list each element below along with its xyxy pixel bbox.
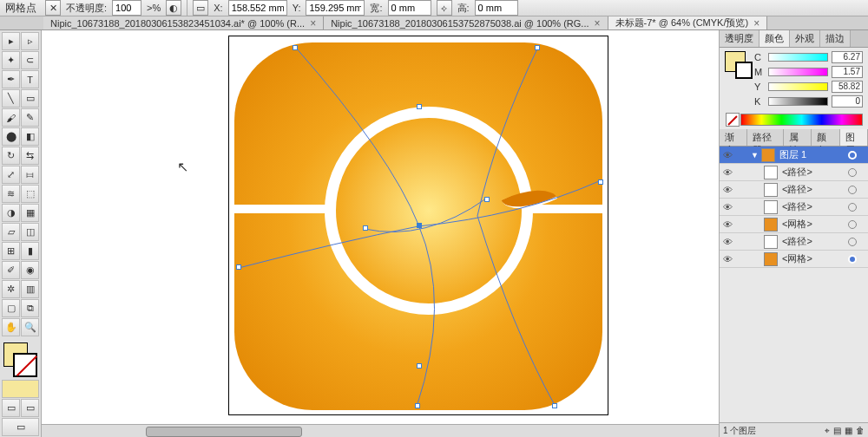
target-icon[interactable]	[848, 186, 857, 194]
new-sublayer-icon[interactable]: ▤	[833, 426, 841, 436]
zoom-tool[interactable]: 🔍	[21, 318, 39, 336]
mesh-tool[interactable]: ⊞	[2, 242, 20, 260]
target-icon[interactable]	[848, 168, 857, 177]
lock-icon[interactable]	[736, 184, 748, 196]
layer-name[interactable]: 图层 1	[778, 148, 845, 161]
anchor-point[interactable]	[535, 45, 540, 50]
lock-icon[interactable]	[736, 149, 748, 161]
trash-icon[interactable]: 🗑	[856, 426, 865, 436]
line-tool[interactable]: ╲	[2, 89, 20, 108]
visibility-icon[interactable]: 👁	[721, 149, 733, 161]
stroke-chip[interactable]	[735, 62, 753, 79]
target-icon[interactable]	[848, 220, 857, 229]
align-icon[interactable]: ▭	[193, 0, 208, 16]
close-icon[interactable]: ×	[310, 17, 316, 29]
y-slider[interactable]	[768, 82, 828, 91]
layer-name[interactable]: <路径>	[780, 183, 845, 196]
doc-tab-1[interactable]: Nipic_10673188_20180306153752875038.ai @…	[324, 16, 608, 29]
m-slider[interactable]	[768, 68, 828, 76]
target-icon[interactable]	[848, 151, 857, 160]
scale-tool[interactable]: ⤢	[2, 166, 20, 184]
visibility-icon[interactable]: 👁	[721, 218, 733, 231]
anchor-point-selected[interactable]	[417, 223, 422, 228]
layer-row[interactable]: 👁<路径>	[720, 233, 868, 251]
layer-name[interactable]: <网格>	[780, 218, 845, 231]
new-layer-icon[interactable]: ▦	[845, 426, 852, 436]
reflect-tool[interactable]: ⇆	[21, 147, 39, 165]
rectangle-tool[interactable]: ▭	[21, 89, 39, 108]
tab-pathfinder[interactable]: 路径器	[747, 129, 784, 146]
anchor-point[interactable]	[363, 225, 368, 231]
target-icon[interactable]	[848, 238, 857, 246]
stroke-swatch[interactable]	[13, 353, 37, 377]
y-input[interactable]	[306, 0, 365, 16]
paintbrush-tool[interactable]: 🖌	[2, 108, 20, 127]
anchor-point[interactable]	[417, 104, 422, 109]
selection-tool[interactable]: ▸	[2, 32, 20, 50]
expand-icon[interactable]: ▼	[751, 151, 759, 160]
perspective-selection-tool[interactable]: ◫	[21, 223, 39, 241]
h-input[interactable]	[475, 0, 518, 16]
anchor-point[interactable]	[293, 45, 298, 50]
pencil-tool[interactable]: ✎	[21, 108, 39, 127]
lock-icon[interactable]	[736, 201, 748, 213]
anchor-point[interactable]	[417, 363, 422, 369]
magic-wand-tool[interactable]: ✦	[2, 51, 20, 69]
locate-icon[interactable]: ⌖	[825, 426, 830, 436]
column-graph-tool[interactable]: ▥	[21, 280, 39, 298]
tab-attributes[interactable]: 属性	[784, 129, 812, 146]
eyedropper-tool[interactable]: ✐	[2, 261, 20, 279]
blend-tool[interactable]: ◉	[21, 261, 39, 279]
c-value[interactable]: 6.27	[832, 51, 863, 63]
draw-normal-icon[interactable]: ▭	[2, 399, 20, 417]
layer-name[interactable]: <路径>	[780, 235, 845, 248]
layer-row[interactable]: 👁<路径>	[720, 199, 868, 216]
none-swatch[interactable]	[726, 113, 740, 127]
link-icon[interactable]: ⟡	[437, 0, 452, 16]
lock-icon[interactable]	[736, 166, 748, 179]
doc-tab-2[interactable]: 未标题-7* @ 64% (CMYK/预览)×	[608, 16, 768, 29]
color-mode-button[interactable]	[2, 380, 39, 398]
draw-behind-icon[interactable]: ▭	[21, 399, 39, 417]
lock-icon[interactable]	[736, 218, 748, 231]
c-slider[interactable]	[768, 53, 828, 62]
gradient-tool[interactable]: ▮	[21, 242, 39, 260]
tab-layers[interactable]: 图层	[840, 129, 868, 146]
lock-icon[interactable]	[736, 236, 748, 248]
layer-row[interactable]: 👁<网格>	[720, 251, 868, 268]
hand-tool[interactable]: ✋	[2, 318, 20, 336]
anchor-point[interactable]	[552, 403, 557, 408]
layer-row[interactable]: 👁<路径>	[720, 181, 868, 199]
anchor-point[interactable]	[415, 403, 420, 408]
width-tool[interactable]: ≋	[2, 185, 20, 203]
tab-stroke[interactable]: 描边	[820, 30, 851, 47]
tab-transparency[interactable]: 透明度	[720, 30, 760, 47]
recolor-icon[interactable]: ◐	[166, 0, 181, 16]
lasso-tool[interactable]: ⊂	[21, 51, 39, 69]
free-transform-tool[interactable]: ⬚	[21, 185, 39, 203]
m-value[interactable]: 1.57	[832, 66, 863, 78]
screen-mode-button[interactable]: ▭	[2, 418, 39, 436]
tab-color[interactable]: 颜色	[760, 30, 790, 47]
pen-tool[interactable]: ✒	[2, 70, 20, 88]
tab-swatches[interactable]: 颜色	[812, 129, 839, 146]
color-spectrum[interactable]	[740, 114, 863, 126]
anchor-convert-icon[interactable]: ✕	[45, 0, 61, 16]
visibility-icon[interactable]: 👁	[721, 236, 733, 248]
layer-row[interactable]: 👁▼图层 1	[720, 147, 868, 164]
doc-tab-0[interactable]: Nipic_10673188_20180306153823451034.ai* …	[43, 16, 324, 29]
scrollbar-horizontal[interactable]	[42, 424, 719, 437]
layer-row[interactable]: 👁<路径>	[720, 164, 868, 181]
k-slider[interactable]	[768, 97, 828, 106]
eraser-tool[interactable]: ◧	[21, 127, 39, 146]
live-paint-tool[interactable]: ▦	[21, 204, 39, 222]
visibility-icon[interactable]: 👁	[721, 184, 733, 196]
shear-tool[interactable]: ⧦	[21, 166, 39, 184]
shape-builder-tool[interactable]: ◑	[2, 204, 20, 222]
close-icon[interactable]: ×	[595, 17, 601, 29]
layer-name[interactable]: <网格>	[780, 252, 845, 265]
opacity-input[interactable]	[112, 0, 141, 16]
anchor-point[interactable]	[484, 197, 490, 202]
anchor-point[interactable]	[236, 264, 241, 270]
target-icon[interactable]	[848, 255, 857, 264]
